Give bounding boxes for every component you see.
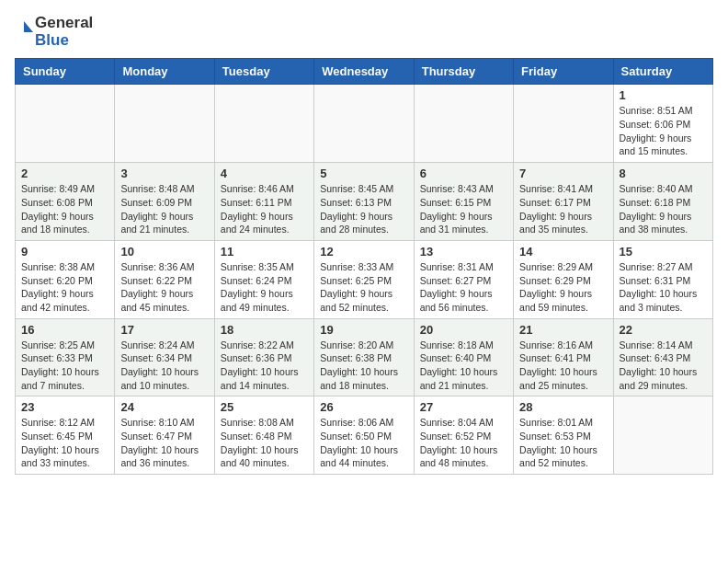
day-number: 3 <box>120 167 208 180</box>
col-header-wednesday: Wednesday <box>314 59 414 85</box>
day-number: 12 <box>320 245 407 259</box>
day-number: 17 <box>120 323 208 337</box>
logo-container: General Blue <box>15 15 93 49</box>
calendar-day-6: 6Sunrise: 8:43 AM Sunset: 6:15 PM Daylig… <box>414 163 513 241</box>
day-info: Sunrise: 8:29 AM Sunset: 6:29 PM Dayligh… <box>519 260 607 315</box>
calendar-week-row: 23Sunrise: 8:12 AM Sunset: 6:45 PM Dayli… <box>16 396 713 475</box>
calendar-day-empty <box>314 85 414 163</box>
calendar-day-empty <box>214 85 313 163</box>
day-info: Sunrise: 8:49 AM Sunset: 6:08 PM Dayligh… <box>21 182 108 236</box>
day-number: 26 <box>320 400 407 414</box>
day-number: 18 <box>221 323 308 337</box>
calendar-day-empty <box>115 85 214 163</box>
day-number: 9 <box>21 245 108 259</box>
calendar-day-22: 22Sunrise: 8:14 AM Sunset: 6:43 PM Dayli… <box>613 318 712 396</box>
calendar-day-empty <box>16 85 115 163</box>
day-info: Sunrise: 8:01 AM Sunset: 6:53 PM Dayligh… <box>519 416 607 470</box>
calendar-day-empty <box>613 396 712 475</box>
day-info: Sunrise: 8:24 AM Sunset: 6:34 PM Dayligh… <box>120 339 208 393</box>
calendar-table: SundayMondayTuesdayWednesdayThursdayFrid… <box>15 58 713 475</box>
calendar-day-20: 20Sunrise: 8:18 AM Sunset: 6:40 PM Dayli… <box>414 318 513 396</box>
day-number: 27 <box>420 400 507 414</box>
calendar-day-27: 27Sunrise: 8:04 AM Sunset: 6:52 PM Dayli… <box>414 396 513 475</box>
col-header-monday: Monday <box>115 59 214 85</box>
calendar-day-19: 19Sunrise: 8:20 AM Sunset: 6:38 PM Dayli… <box>314 318 414 396</box>
day-number: 11 <box>221 245 308 259</box>
day-number: 14 <box>519 245 607 259</box>
day-info: Sunrise: 8:36 AM Sunset: 6:22 PM Dayligh… <box>120 260 208 315</box>
calendar-day-empty <box>414 85 513 163</box>
day-info: Sunrise: 8:31 AM Sunset: 6:27 PM Dayligh… <box>420 260 507 315</box>
day-info: Sunrise: 8:48 AM Sunset: 6:09 PM Dayligh… <box>120 182 208 236</box>
day-number: 2 <box>21 167 108 180</box>
col-header-thursday: Thursday <box>414 59 513 85</box>
logo-blue-text: Blue <box>35 32 93 50</box>
col-header-friday: Friday <box>514 59 613 85</box>
svg-marker-0 <box>24 21 33 32</box>
col-header-saturday: Saturday <box>613 59 712 85</box>
day-info: Sunrise: 8:40 AM Sunset: 6:18 PM Dayligh… <box>620 182 707 236</box>
logo-triangle-icon <box>15 21 33 43</box>
day-number: 1 <box>620 88 707 102</box>
calendar-header-row: SundayMondayTuesdayWednesdayThursdayFrid… <box>16 59 713 85</box>
calendar-day-21: 21Sunrise: 8:16 AM Sunset: 6:41 PM Dayli… <box>514 318 613 396</box>
calendar-week-row: 2Sunrise: 8:49 AM Sunset: 6:08 PM Daylig… <box>16 163 713 241</box>
calendar-day-13: 13Sunrise: 8:31 AM Sunset: 6:27 PM Dayli… <box>414 240 513 318</box>
calendar-day-12: 12Sunrise: 8:33 AM Sunset: 6:25 PM Dayli… <box>314 240 414 318</box>
calendar-day-18: 18Sunrise: 8:22 AM Sunset: 6:36 PM Dayli… <box>214 318 313 396</box>
day-info: Sunrise: 8:20 AM Sunset: 6:38 PM Dayligh… <box>320 339 407 393</box>
calendar-day-24: 24Sunrise: 8:10 AM Sunset: 6:47 PM Dayli… <box>115 396 214 475</box>
day-info: Sunrise: 8:46 AM Sunset: 6:11 PM Dayligh… <box>221 182 308 236</box>
day-number: 19 <box>320 323 407 337</box>
calendar-day-2: 2Sunrise: 8:49 AM Sunset: 6:08 PM Daylig… <box>16 163 115 241</box>
day-number: 4 <box>221 167 308 180</box>
day-number: 15 <box>620 245 707 259</box>
day-info: Sunrise: 8:27 AM Sunset: 6:31 PM Dayligh… <box>620 260 707 315</box>
day-number: 25 <box>221 400 308 414</box>
day-number: 24 <box>120 400 208 414</box>
day-number: 6 <box>420 167 507 180</box>
calendar-day-3: 3Sunrise: 8:48 AM Sunset: 6:09 PM Daylig… <box>115 163 214 241</box>
day-number: 5 <box>320 167 407 180</box>
day-info: Sunrise: 8:38 AM Sunset: 6:20 PM Dayligh… <box>21 260 108 315</box>
day-info: Sunrise: 8:22 AM Sunset: 6:36 PM Dayligh… <box>221 339 308 393</box>
day-number: 21 <box>519 323 607 337</box>
calendar-day-empty <box>514 85 613 163</box>
day-info: Sunrise: 8:25 AM Sunset: 6:33 PM Dayligh… <box>21 339 108 393</box>
day-info: Sunrise: 8:10 AM Sunset: 6:47 PM Dayligh… <box>120 416 208 470</box>
calendar-day-28: 28Sunrise: 8:01 AM Sunset: 6:53 PM Dayli… <box>514 396 613 475</box>
day-info: Sunrise: 8:16 AM Sunset: 6:41 PM Dayligh… <box>519 339 607 393</box>
day-info: Sunrise: 8:43 AM Sunset: 6:15 PM Dayligh… <box>420 182 507 236</box>
day-number: 7 <box>519 167 607 180</box>
day-info: Sunrise: 8:18 AM Sunset: 6:40 PM Dayligh… <box>420 339 507 393</box>
calendar-day-10: 10Sunrise: 8:36 AM Sunset: 6:22 PM Dayli… <box>115 240 214 318</box>
logo: General Blue <box>15 15 93 49</box>
calendar-day-9: 9Sunrise: 8:38 AM Sunset: 6:20 PM Daylig… <box>16 240 115 318</box>
day-number: 8 <box>620 167 707 180</box>
logo-general-text: General <box>35 15 93 32</box>
day-number: 23 <box>21 400 108 414</box>
day-info: Sunrise: 8:04 AM Sunset: 6:52 PM Dayligh… <box>420 416 507 470</box>
calendar-day-11: 11Sunrise: 8:35 AM Sunset: 6:24 PM Dayli… <box>214 240 313 318</box>
calendar-day-8: 8Sunrise: 8:40 AM Sunset: 6:18 PM Daylig… <box>613 163 712 241</box>
calendar-day-1: 1Sunrise: 8:51 AM Sunset: 6:06 PM Daylig… <box>613 85 712 163</box>
day-number: 22 <box>620 323 707 337</box>
calendar-day-4: 4Sunrise: 8:46 AM Sunset: 6:11 PM Daylig… <box>214 163 313 241</box>
calendar-day-15: 15Sunrise: 8:27 AM Sunset: 6:31 PM Dayli… <box>613 240 712 318</box>
day-info: Sunrise: 8:41 AM Sunset: 6:17 PM Dayligh… <box>519 182 607 236</box>
calendar-week-row: 9Sunrise: 8:38 AM Sunset: 6:20 PM Daylig… <box>16 240 713 318</box>
day-info: Sunrise: 8:12 AM Sunset: 6:45 PM Dayligh… <box>21 416 108 470</box>
day-number: 16 <box>21 323 108 337</box>
calendar-day-17: 17Sunrise: 8:24 AM Sunset: 6:34 PM Dayli… <box>115 318 214 396</box>
calendar-day-23: 23Sunrise: 8:12 AM Sunset: 6:45 PM Dayli… <box>16 396 115 475</box>
calendar-day-5: 5Sunrise: 8:45 AM Sunset: 6:13 PM Daylig… <box>314 163 414 241</box>
calendar-day-25: 25Sunrise: 8:08 AM Sunset: 6:48 PM Dayli… <box>214 396 313 475</box>
day-info: Sunrise: 8:33 AM Sunset: 6:25 PM Dayligh… <box>320 260 407 315</box>
day-info: Sunrise: 8:06 AM Sunset: 6:50 PM Dayligh… <box>320 416 407 470</box>
page-header: General Blue <box>15 15 713 49</box>
day-number: 10 <box>120 245 208 259</box>
day-info: Sunrise: 8:08 AM Sunset: 6:48 PM Dayligh… <box>221 416 308 470</box>
day-info: Sunrise: 8:51 AM Sunset: 6:06 PM Dayligh… <box>620 104 707 158</box>
calendar-week-row: 1Sunrise: 8:51 AM Sunset: 6:06 PM Daylig… <box>16 85 713 163</box>
day-info: Sunrise: 8:14 AM Sunset: 6:43 PM Dayligh… <box>620 339 707 393</box>
